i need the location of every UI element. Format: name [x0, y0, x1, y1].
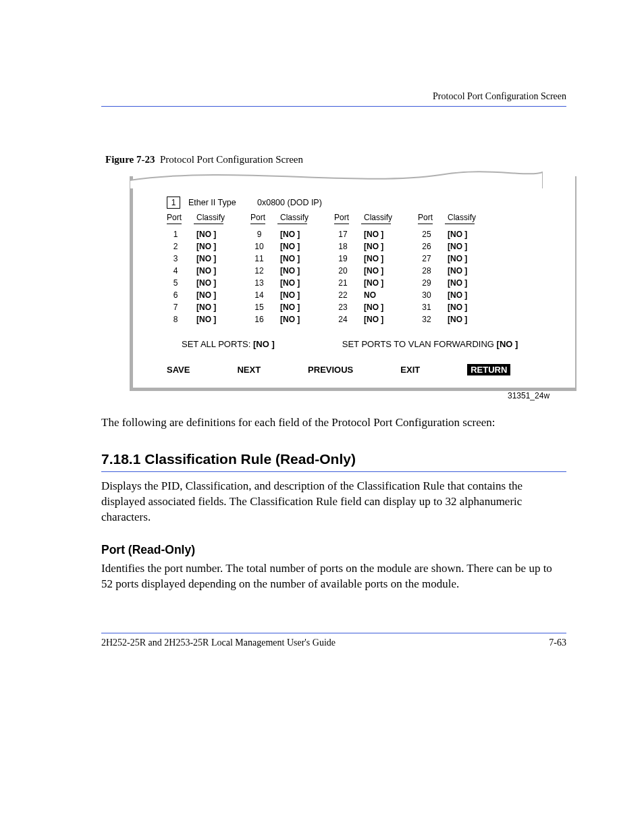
port-row: 6[NO ] — [167, 289, 227, 301]
port-row: 29[NO ] — [418, 277, 479, 289]
port-number: 12 — [250, 265, 268, 277]
port-number: 2 — [167, 240, 184, 253]
classify-value[interactable]: [NO ] — [280, 253, 311, 265]
classify-value[interactable]: [NO ] — [196, 289, 227, 301]
previous-button[interactable]: PREVIOUS — [308, 365, 353, 375]
port-number: 30 — [418, 289, 435, 301]
classify-value[interactable]: [NO ] — [196, 240, 227, 253]
port-number: 9 — [250, 228, 268, 240]
return-button[interactable]: RETURN — [467, 364, 510, 375]
classify-value[interactable]: [NO ] — [196, 228, 227, 240]
port-number: 5 — [167, 277, 184, 289]
rule-type: Ether II Type — [188, 198, 249, 207]
classify-value[interactable]: [NO ] — [448, 313, 479, 325]
port-row: 8[NO ] — [167, 313, 227, 325]
classify-value[interactable]: NO — [364, 289, 395, 301]
port-number: 32 — [418, 313, 435, 325]
port-row: 13[NO ] — [250, 277, 311, 289]
classify-value[interactable]: [NO ] — [364, 228, 395, 240]
classify-value[interactable]: [NO ] — [280, 265, 311, 277]
classify-value[interactable]: [NO ] — [364, 277, 395, 289]
port-number: 7 — [167, 301, 184, 313]
classify-value[interactable]: [NO ] — [280, 313, 311, 325]
classify-value[interactable]: [NO ] — [448, 277, 479, 289]
exit-button[interactable]: EXIT — [400, 365, 420, 375]
port-row: 11[NO ] — [250, 253, 311, 265]
classify-value[interactable]: [NO ] — [280, 240, 311, 253]
port-number: 4 — [167, 265, 184, 277]
col-head-classify: Classify — [196, 213, 227, 222]
port-number: 23 — [334, 301, 352, 313]
port-number: 26 — [418, 240, 435, 253]
col-head-port: Port — [250, 213, 268, 222]
port-row: 26[NO ] — [418, 240, 479, 253]
subsection-paragraph: Identifies the port number. The total nu… — [101, 561, 566, 592]
port-row: 25[NO ] — [418, 228, 479, 240]
set-all-ports: SET ALL PORTS: [NO ] — [182, 339, 275, 349]
port-column-group: PortClassify1[NO ]2[NO ]3[NO ]4[NO ]5[NO… — [167, 213, 227, 325]
classify-value[interactable]: [NO ] — [196, 277, 227, 289]
set-vlan-forwarding-value[interactable]: [NO ] — [497, 339, 518, 349]
port-number: 8 — [167, 313, 184, 325]
port-number: 24 — [334, 313, 352, 325]
port-number: 17 — [334, 228, 352, 240]
port-row: 20[NO ] — [334, 265, 395, 277]
classify-value[interactable]: [NO ] — [448, 265, 479, 277]
port-row: 10[NO ] — [250, 240, 311, 253]
port-row: 2[NO ] — [167, 240, 227, 253]
col-head-port: Port — [167, 213, 184, 222]
classify-value[interactable]: [NO ] — [448, 253, 479, 265]
section-heading: 7.18.1 Classification Rule (Read-Only) — [101, 451, 566, 467]
classify-value[interactable]: [NO ] — [364, 313, 395, 325]
classify-value[interactable]: [NO ] — [364, 240, 395, 253]
col-head-classify: Classify — [280, 213, 311, 222]
port-row: 12[NO ] — [250, 265, 311, 277]
save-button[interactable]: SAVE — [167, 365, 190, 375]
port-number: 16 — [250, 313, 268, 325]
port-row: 15[NO ] — [250, 301, 311, 313]
classify-value[interactable]: [NO ] — [196, 313, 227, 325]
rule-value: 0x0800 (DOD IP) — [257, 198, 338, 207]
rule-number-box[interactable]: 1 — [167, 197, 180, 209]
port-row: 32[NO ] — [418, 313, 479, 325]
port-table: PortClassify1[NO ]2[NO ]3[NO ]4[NO ]5[NO… — [167, 213, 575, 325]
port-row: 24[NO ] — [334, 313, 395, 325]
classify-value[interactable]: [NO ] — [196, 301, 227, 313]
classify-value[interactable]: [NO ] — [364, 265, 395, 277]
classify-value[interactable]: [NO ] — [448, 240, 479, 253]
port-number: 6 — [167, 289, 184, 301]
classify-value[interactable]: [NO ] — [448, 301, 479, 313]
port-row: 17[NO ] — [334, 228, 395, 240]
port-row: 19[NO ] — [334, 253, 395, 265]
classify-value[interactable]: [NO ] — [280, 289, 311, 301]
port-number: 1 — [167, 228, 184, 240]
classify-value[interactable]: [NO ] — [364, 301, 395, 313]
port-row: 3[NO ] — [167, 253, 227, 265]
classification-rule-line: 1 Ether II Type 0x0800 (DOD IP) — [167, 197, 575, 209]
port-column-group: PortClassify25[NO ]26[NO ]27[NO ]28[NO ]… — [418, 213, 479, 325]
port-number: 29 — [418, 277, 435, 289]
classify-value[interactable]: [NO ] — [364, 253, 395, 265]
classify-value[interactable]: [NO ] — [196, 253, 227, 265]
port-number: 3 — [167, 253, 184, 265]
port-row: 4[NO ] — [167, 265, 227, 277]
classify-value[interactable]: [NO ] — [280, 277, 311, 289]
port-number: 28 — [418, 265, 435, 277]
classify-value[interactable]: [NO ] — [448, 289, 479, 301]
classify-value[interactable]: [NO ] — [196, 265, 227, 277]
set-all-ports-value[interactable]: [NO ] — [253, 339, 275, 349]
classify-value[interactable]: [NO ] — [448, 228, 479, 240]
port-row: 9[NO ] — [250, 228, 311, 240]
classify-value[interactable]: [NO ] — [280, 228, 311, 240]
next-button[interactable]: NEXT — [237, 365, 261, 375]
port-number: 10 — [250, 240, 268, 253]
intro-paragraph: The following are definitions for each f… — [101, 415, 566, 431]
port-number: 14 — [250, 289, 268, 301]
port-row: 5[NO ] — [167, 277, 227, 289]
section-rule — [101, 471, 566, 472]
port-row: 23[NO ] — [334, 301, 395, 313]
figure-reference-id: 31351_24w — [508, 391, 566, 400]
classify-value[interactable]: [NO ] — [280, 301, 311, 313]
port-number: 18 — [334, 240, 352, 253]
port-row: 18[NO ] — [334, 240, 395, 253]
